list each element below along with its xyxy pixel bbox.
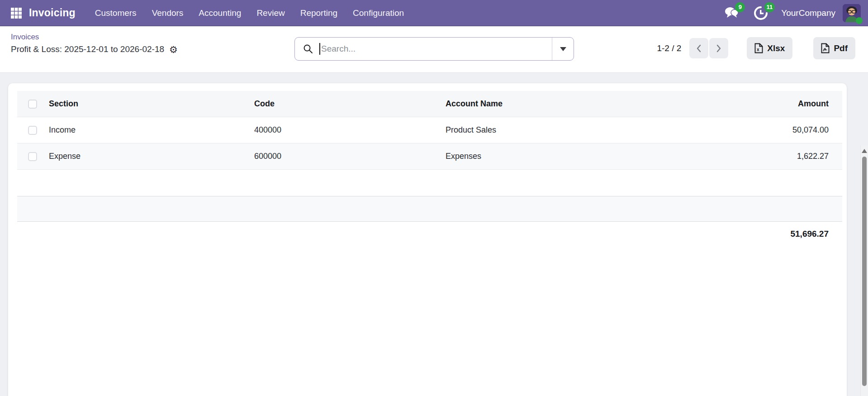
column-header-amount[interactable]: Amount bbox=[688, 99, 842, 109]
select-all-checkbox[interactable] bbox=[28, 100, 37, 109]
svg-text:x: x bbox=[757, 47, 759, 52]
cell-amount: 50,074.00 bbox=[688, 125, 842, 135]
pager-range: 1-2 / 2 bbox=[657, 43, 681, 53]
row-checkbox[interactable] bbox=[28, 152, 37, 161]
export-xlsx-button[interactable]: x Xlsx bbox=[747, 37, 792, 59]
apps-grid-icon[interactable] bbox=[7, 4, 25, 22]
page-title: Profit & Loss: 2025-12-01 to 2026-02-18 bbox=[11, 44, 164, 54]
chevron-left-icon bbox=[695, 44, 702, 53]
topbar-right: 9 11 YourCompany bbox=[717, 4, 861, 22]
search-bar: Search... bbox=[294, 37, 574, 61]
pager-next-button[interactable] bbox=[709, 38, 728, 58]
breadcrumb-invoices-link[interactable]: Invoices bbox=[11, 33, 39, 42]
company-switcher[interactable]: YourCompany bbox=[781, 8, 835, 18]
pdf-file-icon bbox=[821, 43, 830, 53]
menu-reporting[interactable]: Reporting bbox=[293, 0, 345, 26]
row-checkbox[interactable] bbox=[28, 126, 37, 135]
amount-total: 51,696.27 bbox=[17, 229, 842, 239]
table-row-income[interactable]: Income 400000 Product Sales 50,074.00 bbox=[17, 117, 842, 143]
gear-icon[interactable]: ⚙ bbox=[169, 45, 178, 54]
column-header-code[interactable]: Code bbox=[254, 99, 446, 109]
cell-account-name: Product Sales bbox=[446, 125, 688, 135]
app-name[interactable]: Invoicing bbox=[29, 7, 76, 19]
list-view-card: Section Code Account Name Amount Income … bbox=[8, 83, 847, 396]
messages-button[interactable]: 9 bbox=[724, 6, 740, 20]
cell-section: Expense bbox=[49, 152, 254, 161]
menu-accounting[interactable]: Accounting bbox=[191, 0, 249, 26]
online-status-dot bbox=[856, 17, 863, 24]
scrollbar-up-arrow-icon[interactable] bbox=[862, 149, 867, 153]
user-menu[interactable] bbox=[843, 4, 861, 22]
column-header-account-name[interactable]: Account Name bbox=[446, 99, 688, 109]
menu-vendors[interactable]: Vendors bbox=[144, 0, 191, 26]
cell-amount: 1,622.27 bbox=[688, 152, 842, 161]
menu-configuration[interactable]: Configuration bbox=[345, 0, 412, 26]
table-row-expense[interactable]: Expense 600000 Expenses 1,622.27 bbox=[17, 143, 842, 170]
breadcrumb: Invoices Profit & Loss: 2025-12-01 to 20… bbox=[11, 33, 178, 54]
column-header-section[interactable]: Section bbox=[49, 99, 254, 109]
search-placeholder: Search... bbox=[321, 44, 356, 54]
menu-customers[interactable]: Customers bbox=[87, 0, 144, 26]
grid-icon bbox=[10, 7, 22, 19]
messages-count-badge: 9 bbox=[735, 2, 745, 12]
cell-account-name: Expenses bbox=[446, 152, 688, 161]
vertical-scrollbar[interactable] bbox=[860, 145, 868, 396]
cell-section: Income bbox=[49, 125, 254, 135]
search-options-toggle[interactable] bbox=[552, 38, 574, 60]
chevron-right-icon bbox=[715, 44, 722, 53]
xlsx-button-label: Xlsx bbox=[767, 43, 785, 53]
scrollbar-thumb[interactable] bbox=[862, 157, 867, 386]
control-panel-actions: 1-2 / 2 x Xlsx bbox=[657, 37, 855, 59]
invoicing-app-screen: Invoicing Customers Vendors Accounting R… bbox=[0, 0, 868, 396]
pager-previous-button[interactable] bbox=[689, 38, 708, 58]
content-area: Section Code Account Name Amount Income … bbox=[0, 72, 868, 396]
menu-review[interactable]: Review bbox=[249, 0, 292, 26]
table-empty-row bbox=[17, 170, 842, 196]
text-caret bbox=[319, 43, 320, 55]
pdf-button-label: Pdf bbox=[834, 43, 848, 53]
table-header-row: Section Code Account Name Amount bbox=[17, 91, 842, 117]
cell-code: 600000 bbox=[254, 152, 446, 161]
activities-count-badge: 11 bbox=[764, 2, 775, 12]
chevron-down-icon bbox=[560, 47, 566, 51]
top-navbar: Invoicing Customers Vendors Accounting R… bbox=[0, 0, 868, 26]
table-empty-row bbox=[17, 196, 842, 222]
activities-button[interactable]: 11 bbox=[754, 6, 769, 20]
report-table: Section Code Account Name Amount Income … bbox=[17, 91, 842, 222]
control-panel: Invoices Profit & Loss: 2025-12-01 to 20… bbox=[0, 26, 868, 72]
search-input[interactable]: Search... bbox=[295, 38, 552, 60]
main-menu: Customers Vendors Accounting Review Repo… bbox=[87, 0, 412, 26]
xlsx-file-icon: x bbox=[754, 43, 763, 53]
search-icon bbox=[303, 44, 313, 54]
export-pdf-button[interactable]: Pdf bbox=[813, 37, 855, 59]
cell-code: 400000 bbox=[254, 125, 446, 135]
